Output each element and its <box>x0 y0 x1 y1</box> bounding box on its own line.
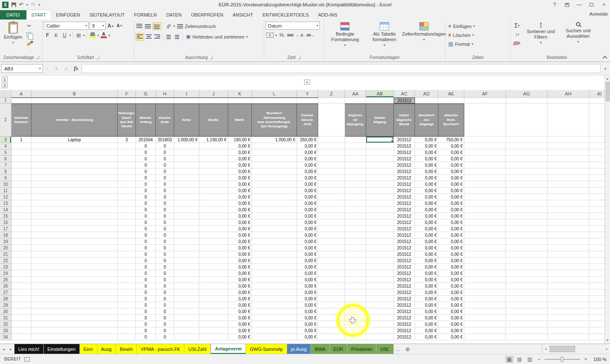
cell-H34[interactable]: 0 <box>156 334 174 340</box>
cell-B33[interactable] <box>31 328 118 334</box>
cell-B27[interactable] <box>31 289 118 296</box>
cell-Y2[interactable]: Summe Abschr. 2015 <box>297 104 318 137</box>
cell-H5[interactable]: 0 <box>156 149 174 156</box>
cell-AG20[interactable] <box>506 245 548 251</box>
cell-Z7[interactable] <box>318 162 345 168</box>
cell-Y6[interactable]: 0,00 € <box>297 156 318 162</box>
zoom-slider-thumb[interactable] <box>561 357 564 362</box>
cell-F7[interactable] <box>118 162 136 168</box>
cell-AD20[interactable]: 0,00 € <box>415 245 438 251</box>
cell-A17[interactable] <box>11 226 31 232</box>
cell-AG5[interactable] <box>506 149 548 156</box>
cell-AG12[interactable] <box>506 194 548 200</box>
borders-icon[interactable]: ⊞ <box>75 31 82 39</box>
cell-AC32[interactable]: 201512 <box>394 321 415 328</box>
cell-AC4[interactable]: 201512 <box>394 143 415 149</box>
cell-AA26[interactable] <box>345 283 366 289</box>
align-top-icon[interactable] <box>136 22 143 30</box>
cell-K8[interactable]: 0,00 € <box>228 168 252 175</box>
sheet-tab-pr-ausg[interactable]: pr.Ausg <box>287 344 311 354</box>
cell-B24[interactable] <box>31 270 118 277</box>
cell-AA21[interactable] <box>345 251 366 258</box>
cell-K14[interactable]: 0,00 € <box>228 207 252 213</box>
column-header-L[interactable]: L <box>252 90 297 98</box>
cell-J5[interactable] <box>199 149 228 156</box>
cell-Z33[interactable] <box>318 328 345 334</box>
cell-Z2[interactable] <box>318 104 345 137</box>
sheet-tab-ust-zahl[interactable]: USt.Zahl <box>184 344 211 354</box>
cell-Z15[interactable] <box>318 213 345 219</box>
cell-AH13[interactable] <box>548 200 589 207</box>
cell-AE31[interactable]: 0,00 € <box>438 315 464 321</box>
column-header-Z[interactable]: Z <box>318 90 345 98</box>
cell-F34[interactable] <box>118 334 136 340</box>
cell-AE33[interactable]: 0,00 € <box>438 328 464 334</box>
cell-H26[interactable]: 0 <box>156 283 174 289</box>
cell-L31[interactable] <box>252 315 297 321</box>
sheet-nav-left-icon[interactable]: ◂ <box>0 344 7 354</box>
cell-AG10[interactable] <box>506 181 548 188</box>
cell-AC19[interactable]: 201512 <box>394 238 415 245</box>
cell-AF1[interactable] <box>464 98 506 104</box>
cell-Y23[interactable]: 0,00 € <box>297 264 318 270</box>
orientation-dropdown-icon[interactable]: ▾ <box>173 24 175 28</box>
cell-L8[interactable] <box>252 168 297 175</box>
row-header-26[interactable]: 26 <box>0 283 11 289</box>
cell-AG13[interactable] <box>506 200 548 207</box>
cell-J28[interactable] <box>199 296 228 302</box>
cell-AD21[interactable]: 0,00 € <box>415 251 438 258</box>
cell-AD32[interactable]: 0,00 € <box>415 321 438 328</box>
cell-K22[interactable]: 0,00 € <box>228 258 252 264</box>
cell-AB26[interactable] <box>366 283 394 289</box>
cell-AA27[interactable] <box>345 289 366 296</box>
cell-AF16[interactable] <box>464 219 506 226</box>
cell-L17[interactable] <box>252 226 297 232</box>
cell-B3[interactable]: Laptop <box>31 137 118 143</box>
cell-K7[interactable]: 0,00 € <box>228 162 252 168</box>
cell-AE17[interactable]: 0,00 € <box>438 226 464 232</box>
cell-H32[interactable]: 0 <box>156 321 174 328</box>
cell-B1[interactable] <box>31 98 118 104</box>
decrease-decimal-icon[interactable]: .00→ <box>305 31 316 39</box>
cell-J9[interactable] <box>199 175 228 181</box>
cell-J7[interactable] <box>199 162 228 168</box>
cell-J3[interactable]: 1.190,00 € <box>199 137 228 143</box>
cell-L4[interactable] <box>252 143 297 149</box>
clipboard-dialog-launcher-icon[interactable] <box>36 56 39 59</box>
cell-I21[interactable] <box>174 251 199 258</box>
cell-H4[interactable]: 0 <box>156 143 174 149</box>
cell-AH9[interactable] <box>548 175 589 181</box>
cell-Y25[interactable]: 0,00 € <box>297 277 318 283</box>
page-layout-view-icon[interactable]: ▤ <box>516 356 523 362</box>
cell-J17[interactable] <box>199 226 228 232</box>
cell-B29[interactable] <box>31 302 118 308</box>
cell-AB1[interactable] <box>366 98 394 104</box>
cell-AE20[interactable]: 0,00 € <box>438 245 464 251</box>
cell-A30[interactable] <box>11 308 31 315</box>
cell-F18[interactable] <box>118 232 136 238</box>
cell-H23[interactable]: 0 <box>156 264 174 270</box>
cell-K5[interactable]: 0,00 € <box>228 149 252 156</box>
cell-A7[interactable] <box>11 162 31 168</box>
cell-H15[interactable]: 0 <box>156 213 174 219</box>
cell-AF21[interactable] <box>464 251 506 258</box>
column-header-A[interactable]: A <box>11 90 31 98</box>
cell-B13[interactable] <box>31 200 118 207</box>
cell-AD25[interactable]: 0,00 € <box>415 277 438 283</box>
cell-A4[interactable] <box>11 143 31 149</box>
cell-AE10[interactable]: 0,00 € <box>438 181 464 188</box>
cell-AH25[interactable] <box>548 277 589 283</box>
outline-level-2-button[interactable]: 2 <box>2 83 8 88</box>
cell-AH23[interactable] <box>548 264 589 270</box>
sheet-tab-einstellungen[interactable]: Einstellungen <box>44 344 80 354</box>
new-sheet-icon[interactable]: ⊕ <box>403 344 413 354</box>
cell-AE15[interactable]: 0,00 € <box>438 213 464 219</box>
cell-H8[interactable]: 0 <box>156 168 174 175</box>
cell-K27[interactable]: 0,00 € <box>228 289 252 296</box>
cell-G5[interactable]: 0 <box>136 149 156 156</box>
underline-button[interactable]: U <box>61 31 68 39</box>
sheet-tab-eür[interactable]: EÜR <box>330 344 347 354</box>
cell-A34[interactable] <box>11 334 31 340</box>
cell-AF4[interactable] <box>464 143 506 149</box>
cell-AH2[interactable] <box>548 104 589 137</box>
